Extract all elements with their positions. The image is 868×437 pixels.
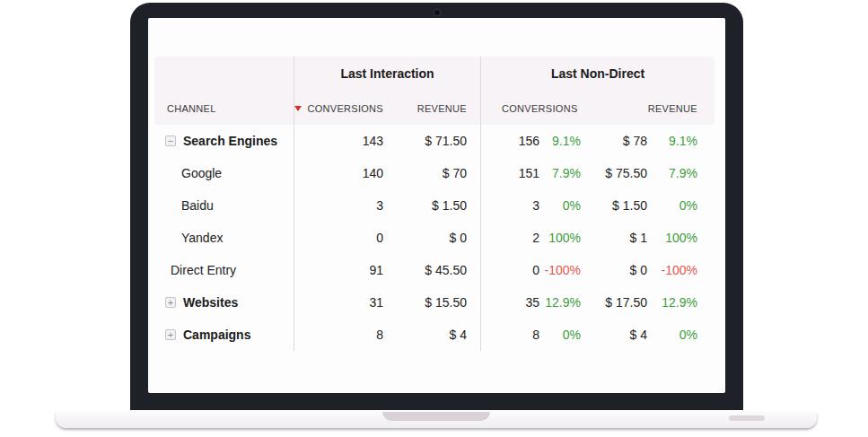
lnd-conversions-delta: 9.1% [539,125,581,157]
collapse-icon[interactable]: − [165,135,176,146]
li-revenue-value: $ 15.50 [383,286,480,319]
lnd-conversions-value: 2 [480,222,539,254]
lnd-conversions-delta: -100% [539,254,581,286]
lnd-conversions-delta: 100% [539,222,581,254]
channel-cell: Yandex [154,222,294,254]
channel-cell: Baidu [154,189,294,222]
column-header-label: CONVERSIONS [307,103,383,114]
column-group-last-interaction: Last Interaction [294,57,480,91]
laptop-base [56,412,817,428]
lnd-conversions-value: 0 [480,254,539,286]
lnd-revenue-delta: 100% [651,222,715,254]
lnd-conversions-value: 3 [480,189,539,222]
lnd-revenue-delta: 12.9% [651,286,715,319]
li-conversions-value: 91 [294,254,383,286]
li-revenue-value: $ 0 [383,222,480,254]
laptop-base-highlight [729,415,765,421]
li-conversions-value: 3 [294,189,383,222]
channel-label: Campaigns [183,328,250,342]
lnd-revenue-value: $ 1 [581,222,651,254]
lnd-conversions-value: 35 [480,286,539,319]
li-conversions-value: 143 [294,125,383,157]
lnd-conversions-delta: 7.9% [539,157,581,189]
laptop-screen-frame: Last Interaction Last Non-Direct CHANNEL… [130,3,743,410]
li-conversions-value: 0 [294,222,383,254]
lnd-revenue-delta: 9.1% [651,125,715,157]
expand-icon[interactable]: + [165,329,176,340]
channel-label: Baidu [181,198,214,213]
laptop-display: Last Interaction Last Non-Direct CHANNEL… [148,18,725,393]
lnd-revenue-delta: 0% [651,319,715,351]
header-spacer [154,57,294,91]
lnd-revenue-delta: 0% [651,189,715,222]
lnd-revenue-value: $ 1.50 [581,189,651,222]
column-header-channel[interactable]: CHANNEL [154,91,294,126]
channel-label: Direct Entry [171,263,236,277]
column-group-last-non-direct: Last Non-Direct [480,57,715,91]
channel-cell: − Search Engines [154,125,294,157]
lnd-conversions-value: 156 [480,125,539,157]
column-header-lnd-conversions[interactable]: CONVERSIONS [480,91,581,126]
lnd-revenue-value: $ 4 [581,319,651,351]
lnd-revenue-delta: -100% [651,254,715,286]
lnd-revenue-value: $ 17.50 [581,286,651,319]
li-revenue-value: $ 4 [383,319,480,351]
attribution-report-table: Last Interaction Last Non-Direct CHANNEL… [154,57,715,351]
column-header-li-conversions[interactable]: CONVERSIONS [294,91,383,126]
lnd-revenue-value: $ 75.50 [581,157,651,189]
column-header-li-revenue[interactable]: REVENUE [383,91,480,126]
channel-label: Google [181,166,222,180]
lnd-revenue-value: $ 78 [581,125,651,157]
li-revenue-value: $ 71.50 [383,125,480,157]
li-conversions-value: 8 [294,319,383,351]
channel-cell: Google [154,157,294,189]
channel-cell: + Campaigns [154,319,294,351]
lnd-conversions-delta: 12.9% [539,286,581,319]
table-body: − Search Engines 143 $ 71.50 156 9.1% $ … [154,125,715,351]
channel-label: Websites [183,295,238,310]
li-conversions-value: 140 [294,157,383,189]
lnd-conversions-value: 8 [480,319,539,351]
expand-icon[interactable]: + [165,297,176,308]
webcam-icon [434,10,440,15]
li-revenue-value: $ 70 [383,157,480,189]
channel-label: Yandex [181,231,223,245]
channel-cell: Direct Entry [154,254,294,286]
li-conversions-value: 31 [294,286,383,319]
lnd-conversions-delta: 0% [539,189,581,222]
channel-label: Search Engines [183,134,277,148]
table-header: Last Interaction Last Non-Direct CHANNEL… [154,57,715,125]
sort-desc-icon [294,106,302,111]
lnd-revenue-delta: 7.9% [651,157,715,189]
lnd-conversions-value: 151 [480,157,539,189]
column-header-lnd-revenue[interactable]: REVENUE [581,91,715,126]
lnd-conversions-delta: 0% [539,319,581,351]
lnd-revenue-value: $ 0 [581,254,651,286]
laptop-base-notch [382,412,490,421]
li-revenue-value: $ 1.50 [383,189,480,222]
li-revenue-value: $ 45.50 [383,254,480,286]
channel-cell: + Websites [154,286,294,319]
